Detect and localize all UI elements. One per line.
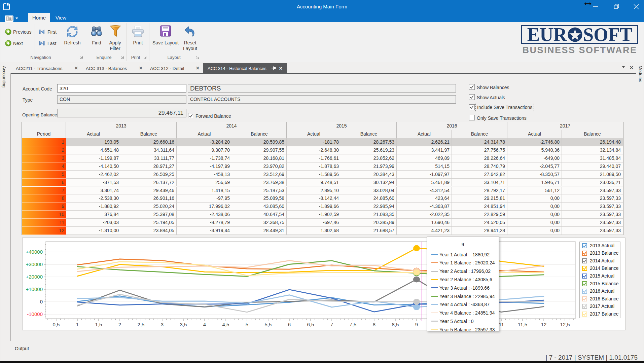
svg-text:+10000: +10000 [26,286,43,292]
svg-text:11,5: 11,5 [518,322,527,327]
svg-text:4,5: 4,5 [222,322,229,327]
svg-text:2,5: 2,5 [138,322,145,327]
svg-text:+40000: +40000 [26,249,43,255]
svg-text:5,5: 5,5 [265,322,272,327]
svg-text:2: 2 [118,322,121,327]
svg-text:7,5: 7,5 [350,322,357,327]
svg-text:0: 0 [40,299,43,304]
svg-text:5: 5 [246,322,248,327]
svg-text:+20000: +20000 [26,274,43,280]
svg-text:0,5: 0,5 [53,322,60,327]
svg-text:7: 7 [330,322,333,327]
svg-text:12,5: 12,5 [560,322,570,327]
svg-text:11: 11 [499,322,504,327]
svg-text:1,5: 1,5 [95,322,102,327]
svg-text:12: 12 [541,322,547,327]
svg-text:8: 8 [373,322,375,327]
svg-text:6,5: 6,5 [307,322,314,327]
svg-text:-10000: -10000 [27,311,43,317]
svg-text:1: 1 [76,322,79,327]
svg-text:8,5: 8,5 [392,322,399,327]
svg-text:+30000: +30000 [26,261,43,267]
svg-text:4: 4 [203,322,206,327]
svg-text:6: 6 [288,322,291,327]
svg-text:3,5: 3,5 [180,322,187,327]
svg-text:3: 3 [161,322,164,327]
svg-text:9: 9 [415,322,418,327]
